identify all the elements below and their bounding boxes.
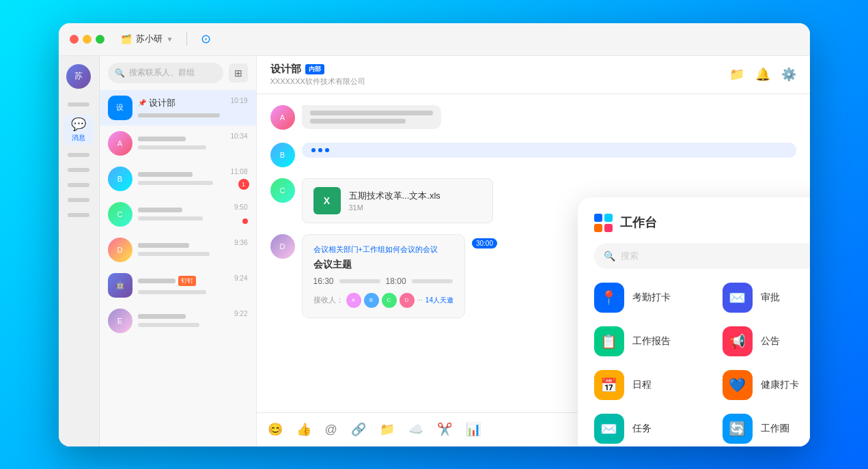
chat-list-header: 🔍 搜索联系人、群组 ⊞ [100, 56, 256, 90]
chat-header: 设计部 内部 XXXXXXX软件技术有限公司 📁 🔔 ⚙️ [257, 56, 810, 94]
circle-label: 工作圈 [761, 423, 789, 435]
avatar: E [108, 309, 132, 333]
meeting-attendees: 接收人： A B C D ··· 14人天邀 [313, 293, 453, 308]
health-icon: 💙 [723, 370, 753, 400]
file-size: 31M [349, 203, 481, 212]
wb-item-report[interactable]: 📋 工作报告 [594, 326, 706, 356]
link-button[interactable]: 🔗 [351, 422, 366, 437]
message-avatar: C [270, 178, 295, 203]
workbench-title: 工作台 [620, 214, 657, 231]
close-button[interactable] [70, 35, 79, 44]
wb-item-task[interactable]: ✉️ 任务 [594, 414, 706, 444]
folder-icon[interactable]: 📁 [729, 67, 744, 82]
avatar: 🤖 [108, 273, 132, 298]
user-menu[interactable]: 🗂️ 苏小研 ▼ [121, 33, 173, 45]
settings-icon[interactable]: ⚙️ [781, 67, 796, 82]
report-label: 工作报告 [632, 335, 671, 347]
wb-item-notice[interactable]: 📢 公告 [723, 326, 810, 356]
chat-item[interactable]: E 9:22 [100, 303, 256, 339]
chat-time: 10:19 [230, 97, 247, 104]
cloud-icon[interactable]: ⊙ [201, 31, 211, 46]
calendar-label: 日程 [632, 379, 652, 391]
file-info: 五期技术改革...文本.xls 31M [349, 190, 481, 212]
chart-button[interactable]: 📊 [466, 422, 481, 437]
like-button[interactable]: 👍 [296, 422, 311, 437]
wb-item-calendar[interactable]: 📅 日程 [594, 370, 706, 400]
chat-name-text: 设计部 [270, 63, 301, 76]
new-chat-button[interactable]: ⊞ [229, 63, 248, 83]
workbench-search[interactable]: 🔍 搜索 [594, 243, 810, 269]
chat-name [138, 172, 225, 177]
chat-info [138, 314, 229, 327]
pin-icon: 📌 [138, 99, 146, 106]
unread-dot [242, 218, 248, 224]
workbench-header: 工作台 [594, 214, 810, 232]
avatar: B [108, 167, 132, 191]
wb-item-circle[interactable]: 🔄 工作圈 [723, 414, 810, 444]
nav-placeholder-2 [68, 153, 89, 157]
search-bar[interactable]: 🔍 搜索联系人、群组 [108, 63, 223, 83]
chat-item[interactable]: B 11:08 1 [100, 161, 256, 197]
approval-icon: ✉️ [723, 283, 753, 313]
sidebar-nav: 苏 💬 消息 [59, 56, 100, 446]
bell-icon[interactable]: 🔔 [755, 67, 770, 82]
meeting-link-text: 会议相关部门+工作组如何会议的会议 [313, 245, 438, 253]
file-message[interactable]: X 五期技术改革...文本.xls 31M [302, 178, 493, 223]
attendees-more: ··· [417, 296, 423, 304]
minimize-button[interactable] [83, 35, 92, 44]
approval-label: 审批 [761, 292, 780, 304]
chat-header-actions: 📁 🔔 ⚙️ [729, 67, 796, 82]
message-content [302, 105, 796, 132]
avatar: A [108, 131, 132, 156]
nav-placeholder-6 [68, 213, 89, 217]
traffic-lights [70, 35, 104, 44]
chat-time: 9:24 [234, 274, 247, 282]
time-bar-2 [412, 279, 453, 283]
wb-item-attendance[interactable]: 📍 考勤打卡 [594, 283, 706, 313]
chat-info: 📌 设计部 [138, 97, 225, 119]
chat-item[interactable]: 设 📌 设计部 10:19 [100, 90, 256, 126]
chat-name: 钉钉 [138, 276, 229, 286]
cloud-button[interactable]: ☁️ [408, 422, 423, 437]
title-bar: 🗂️ 苏小研 ▼ ⊙ [59, 23, 810, 56]
meeting-card[interactable]: 会议相关部门+工作组如何会议的会议 会议主题 16:30 18:00 [302, 234, 465, 318]
chat-preview [138, 178, 225, 185]
messages-label: 消息 [72, 133, 85, 143]
chat-info [138, 243, 229, 256]
chat-item[interactable]: D 9:36 [100, 232, 256, 268]
attendee-avatar: D [400, 293, 415, 308]
file-name: 五期技术改革...文本.xls [349, 190, 481, 202]
meeting-time: 16:30 18:00 [313, 276, 453, 286]
sidebar-item-messages[interactable]: 💬 消息 [64, 115, 94, 145]
wb-item-approval[interactable]: ✉️ 审批 [723, 283, 810, 313]
workbench-panel: 工作台 🔍 搜索 📍 考勤打卡 ✉️ 审批 📋 工作报告 📢 公告 [578, 197, 810, 446]
chat-preview [138, 249, 229, 256]
maximize-button[interactable] [96, 35, 104, 44]
chat-item[interactable]: C 9:50 [100, 197, 256, 232]
chat-name: 📌 设计部 [138, 97, 225, 109]
search-icon: 🔍 [115, 68, 125, 78]
chat-item[interactable]: A 10:34 [100, 126, 256, 161]
chat-info [138, 172, 225, 185]
chat-name [138, 137, 225, 141]
time-bar [339, 279, 380, 283]
wb-item-health[interactable]: 💙 健康打卡 [723, 370, 810, 400]
folder-button[interactable]: 📁 [380, 422, 395, 437]
at-button[interactable]: @ [325, 423, 337, 437]
emoji-button[interactable]: 😊 [268, 422, 283, 437]
chat-preview [138, 111, 225, 119]
typing-dot [311, 148, 316, 152]
wb-search-placeholder: 搜索 [621, 250, 639, 262]
user-avatar: 苏 [66, 64, 91, 89]
cut-button[interactable]: ✂️ [437, 422, 452, 437]
logo-dot-blue [594, 214, 602, 222]
meeting-title: 会议主题 [313, 259, 453, 271]
message-row: A [270, 105, 796, 132]
workbench-grid: 📍 考勤打卡 ✉️ 审批 📋 工作报告 📢 公告 📅 日程 💙 [594, 283, 810, 444]
chat-item[interactable]: 🤖 钉钉 9:24 [100, 268, 256, 303]
chat-info [138, 137, 225, 150]
message-avatar: D [270, 234, 295, 259]
message-content [302, 143, 796, 158]
chat-name [138, 243, 229, 248]
notice-icon: 📢 [723, 326, 753, 356]
